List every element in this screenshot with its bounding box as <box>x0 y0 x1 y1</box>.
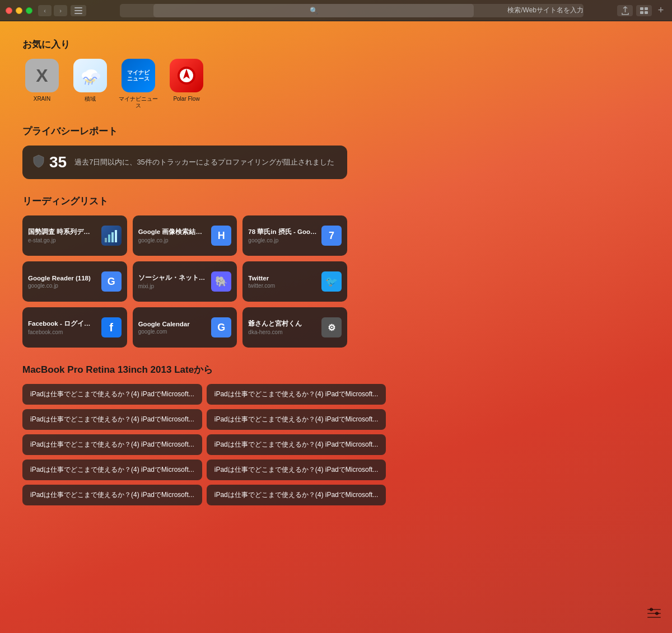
reading-title-dka: 爺さんと宮村くん <box>248 320 317 328</box>
privacy-card[interactable]: 35 過去7日間以内に、35件のトラッカーによるプロファイリングが阻止されました <box>22 146 347 179</box>
back-button[interactable]: ‹ <box>38 5 52 16</box>
reading-card-dka[interactable]: 爺さんと宮村くん dka-hero.com ⚙ <box>242 307 347 348</box>
svg-rect-22 <box>647 613 661 614</box>
fav-icon-xrain: X <box>25 59 59 92</box>
svg-line-11 <box>85 81 86 85</box>
macbook-card-text-6: iPadは仕事でどこまで使えるか？(4) iPadでMicrosoft... <box>30 465 194 475</box>
reading-card-google-reader[interactable]: Google Reader (118) google.co.jp G <box>22 261 127 302</box>
reading-card-estat[interactable]: 国勢調査 時系列データ C... e-stat.go.jp <box>22 215 127 256</box>
traffic-lights <box>6 7 32 14</box>
svg-rect-21 <box>647 609 661 610</box>
reading-thumb-twitter: 🐦 <box>321 271 342 292</box>
reading-thumb-mastodon: 🐘 <box>211 271 231 292</box>
macbook-card-text-5: iPadは仕事でどこまで使えるか？(4) iPadでMicrosoft... <box>214 440 379 449</box>
privacy-shield-badge: 35 <box>32 153 67 171</box>
reading-card-text-mixi: ソーシャル・ネットワーキング サービス [mixi(ミ… mixi.jp <box>138 274 207 289</box>
reading-card-text-google-calendar: Google Calendar google.com <box>138 321 207 335</box>
reading-card-facebook[interactable]: Facebook - ログインまたは登録 facebook.com f <box>22 307 127 348</box>
forward-button[interactable]: › <box>54 5 67 16</box>
reading-thumb-google-h: H <box>211 226 231 246</box>
macbook-card-7[interactable]: iPadは仕事でどこまで使えるか？(4) iPadでMicrosoft... <box>207 459 386 480</box>
reading-url-estat: e-stat.go.jp <box>28 237 97 243</box>
favorites-grid: X XRAIN 積域 <box>22 59 650 109</box>
reading-url-google-reader: google.co.jp <box>28 283 97 289</box>
reading-card-mixi[interactable]: ソーシャル・ネットワーキング サービス [mixi(ミ… mixi.jp 🐘 <box>133 261 237 302</box>
reading-card-google-images[interactable]: Google 画像検索結果: https://d1f5hsy4d47u... g… <box>133 215 237 256</box>
macbook-card-text-4: iPadは仕事でどこまで使えるか？(4) iPadでMicrosoft... <box>30 440 194 449</box>
maximize-button[interactable] <box>26 7 32 14</box>
macbook-card-5[interactable]: iPadは仕事でどこまで使えるか？(4) iPadでMicrosoft... <box>207 434 386 455</box>
share-button[interactable] <box>617 5 633 16</box>
shield-icon <box>32 154 45 171</box>
privacy-description: 過去7日間以内に、35件のトラッカーによるプロファイリングが阻止されました <box>74 157 334 167</box>
close-button[interactable] <box>6 7 12 14</box>
reading-thumb-estat <box>101 226 122 246</box>
reading-thumb-google-calendar: G <box>211 317 231 337</box>
macbook-card-2[interactable]: iPadは仕事でどこまで使えるか？(4) iPadでMicrosoft... <box>22 409 202 430</box>
sidebar-toggle-button[interactable] <box>71 5 86 16</box>
svg-rect-5 <box>640 11 643 14</box>
svg-line-13 <box>92 81 92 85</box>
minimize-button[interactable] <box>16 7 22 14</box>
tab-overview-button[interactable] <box>636 5 652 16</box>
macbook-card-text-2: iPadは仕事でどこまで使えるか？(4) iPadでMicrosoft... <box>30 415 194 424</box>
reading-url-google-calendar: google.com <box>138 329 207 335</box>
reading-card-twitter[interactable]: Twitter twitter.com 🐦 <box>242 261 347 302</box>
fav-icon-tenki <box>73 59 107 92</box>
macbook-card-3[interactable]: iPadは仕事でどこまで使えるか？(4) iPadでMicrosoft... <box>207 409 386 430</box>
reading-url-dka: dka-hero.com <box>248 329 317 335</box>
macbook-card-8[interactable]: iPadは仕事でどこまで使えるか？(4) iPadでMicrosoft... <box>22 485 202 505</box>
fav-item-polar[interactable]: Polar Flow <box>167 59 206 109</box>
reading-thumb-google-7: 7 <box>321 226 342 246</box>
svg-rect-18 <box>108 235 110 242</box>
fav-item-mynavi[interactable]: マイナビニュース マイナビニュース <box>119 59 158 109</box>
fav-item-xrain[interactable]: X XRAIN <box>22 59 62 109</box>
reading-title-twitter: Twitter <box>248 275 317 282</box>
reading-title-mixi: ソーシャル・ネットワーキング サービス [mixi(ミ… <box>138 274 207 282</box>
reading-url-mixi: mixi.jp <box>138 283 207 289</box>
search-icon: 🔍 <box>153 4 474 17</box>
favorites-title: お気に入り <box>22 38 650 51</box>
nav-buttons: ‹ › <box>38 5 67 16</box>
macbook-card-1[interactable]: iPadは仕事でどこまで使えるか？(4) iPadでMicrosoft... <box>207 384 386 405</box>
macbook-card-4[interactable]: iPadは仕事でどこまで使えるか？(4) iPadでMicrosoft... <box>22 434 202 455</box>
fav-label-polar: Polar Flow <box>173 96 199 102</box>
reading-card-text-google-78: 78 華氏in 摂氏 - Google 検索 google.co.jp <box>248 228 317 243</box>
macbook-card-9[interactable]: iPadは仕事でどこまで使えるか？(4) iPadでMicrosoft... <box>207 485 386 505</box>
macbook-card-text-8: iPadは仕事でどこまで使えるか？(4) iPadでMicrosoft... <box>30 490 194 500</box>
fav-label-mynavi: マイナビニュース <box>119 96 158 109</box>
privacy-count: 35 <box>49 153 67 171</box>
fav-item-tenki[interactable]: 積域 <box>71 59 110 109</box>
reading-card-google-calendar[interactable]: Google Calendar google.com G <box>133 307 237 348</box>
reading-list-title: リーディングリスト <box>22 195 650 208</box>
reading-list-grid: 国勢調査 時系列データ C... e-stat.go.jp Google 画像検… <box>22 215 347 348</box>
svg-rect-17 <box>105 238 107 242</box>
reading-thumb-dka: ⚙ <box>321 317 342 337</box>
reading-url-twitter: twitter.com <box>248 283 317 289</box>
new-tab-button[interactable]: + <box>655 5 666 16</box>
reading-list-section: リーディングリスト 国勢調査 時系列データ C... e-stat.go.jp <box>22 195 650 348</box>
titlebar: ‹ › 🔍 検索/Webサイト名を入力 + <box>0 0 672 21</box>
macbook-card-6[interactable]: iPadは仕事でどこまで使えるか？(4) iPadでMicrosoft... <box>22 459 202 480</box>
reading-card-text-dka: 爺さんと宮村くん dka-hero.com <box>248 320 317 335</box>
privacy-title: プライバシーレポート <box>22 125 650 138</box>
reading-card-google-78[interactable]: 78 華氏in 摂氏 - Google 検索 google.co.jp 7 <box>242 215 347 256</box>
svg-point-24 <box>650 608 653 611</box>
settings-icon[interactable] <box>647 608 661 622</box>
svg-rect-19 <box>111 232 114 242</box>
reading-title-google-78: 78 華氏in 摂氏 - Google 検索 <box>248 228 317 236</box>
svg-rect-6 <box>645 11 648 14</box>
address-bar[interactable]: 🔍 検索/Webサイト名を入力 <box>120 4 584 17</box>
svg-line-12 <box>88 82 89 85</box>
macbook-card-text-3: iPadは仕事でどこまで使えるか？(4) iPadでMicrosoft... <box>214 415 379 424</box>
macbook-card-text-1: iPadは仕事でどこまで使えるか？(4) iPadでMicrosoft... <box>214 390 379 399</box>
main-content: お気に入り X XRAIN <box>0 21 672 633</box>
reading-thumb-facebook: f <box>101 317 122 337</box>
svg-rect-23 <box>647 617 661 618</box>
svg-rect-0 <box>74 7 82 8</box>
macbook-section-title: MacBook Pro Retina 13inch 2013 Lateから <box>22 363 650 376</box>
svg-rect-2 <box>74 13 82 14</box>
macbook-card-0[interactable]: iPadは仕事でどこまで使えるか？(4) iPadでMicrosoft... <box>22 384 202 405</box>
reading-title-google-images: Google 画像検索結果: https://d1f5hsy4d47u... <box>138 228 207 236</box>
reading-title-estat: 国勢調査 時系列データ C... <box>28 228 97 236</box>
